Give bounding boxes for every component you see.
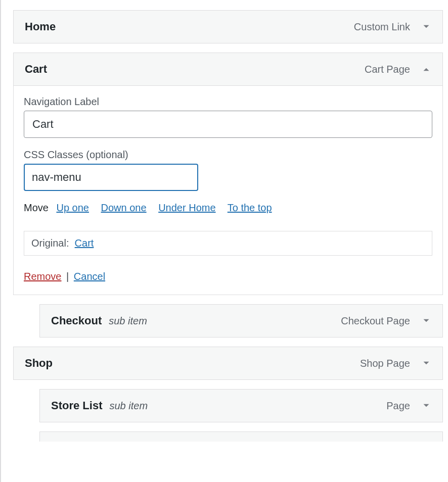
css-classes-input[interactable]: [24, 164, 198, 191]
menu-item-cart[interactable]: Cart Cart Page Navigation Label CSS Clas…: [13, 53, 443, 295]
menu-item-type: Checkout Page: [341, 315, 410, 327]
menu-item-shop[interactable]: Shop Shop Page: [13, 347, 443, 380]
move-up-link[interactable]: Up one: [56, 202, 89, 213]
move-row: Move Up one Down one Under Home To the t…: [24, 202, 432, 214]
action-separator: |: [66, 271, 69, 282]
menu-item-type: Cart Page: [365, 64, 410, 75]
move-down-link[interactable]: Down one: [101, 202, 147, 213]
menu-item-bar[interactable]: Cart Cart Page: [13, 53, 443, 86]
original-link[interactable]: Cart: [75, 237, 94, 249]
original-label: Original:: [31, 237, 69, 249]
menu-item-storelist[interactable]: Store List sub item Page: [39, 389, 443, 422]
original-box: Original: Cart: [24, 231, 432, 256]
move-top-link[interactable]: To the top: [228, 202, 272, 213]
menu-item-home[interactable]: Home Custom Link: [13, 10, 443, 43]
css-classes-label: CSS Classes (optional): [24, 149, 432, 161]
sub-item-label: sub item: [109, 400, 148, 412]
chevron-down-icon[interactable]: [419, 399, 433, 413]
chevron-down-icon[interactable]: [419, 356, 433, 370]
menu-item-bar[interactable]: Shop Shop Page: [13, 347, 443, 380]
sub-item-label: sub item: [109, 315, 147, 327]
navigation-label-label: Navigation Label: [24, 96, 432, 108]
chevron-down-icon[interactable]: [419, 314, 433, 328]
remove-link[interactable]: Remove: [24, 271, 61, 282]
move-label: Move: [24, 202, 49, 213]
cancel-link[interactable]: Cancel: [74, 271, 105, 282]
menu-item-type: Page: [386, 400, 410, 412]
menu-item-checkout[interactable]: Checkout sub item Checkout Page: [39, 304, 443, 338]
menu-item-title: Checkout: [51, 314, 102, 327]
chevron-up-icon[interactable]: [419, 62, 433, 76]
menu-item-title: Cart: [25, 63, 47, 76]
move-under-link[interactable]: Under Home: [158, 202, 215, 213]
item-actions: Remove | Cancel: [24, 271, 432, 282]
menu-item-type: Shop Page: [360, 358, 410, 369]
navigation-label-input[interactable]: [24, 111, 432, 138]
menu-item-settings: Navigation Label CSS Classes (optional) …: [13, 86, 443, 295]
chevron-down-icon[interactable]: [419, 20, 433, 34]
menu-item-bar[interactable]: Checkout sub item Checkout Page: [39, 304, 443, 338]
menu-item-type: Custom Link: [354, 21, 410, 33]
menu-item-bar[interactable]: Store List sub item Page: [39, 389, 443, 422]
menu-item-cutoff: [39, 431, 443, 442]
menu-item-bar[interactable]: Home Custom Link: [13, 10, 443, 43]
menu-item-title: Home: [25, 20, 56, 33]
menu-item-title: Store List: [51, 399, 102, 412]
menu-item-title: Shop: [25, 357, 53, 370]
